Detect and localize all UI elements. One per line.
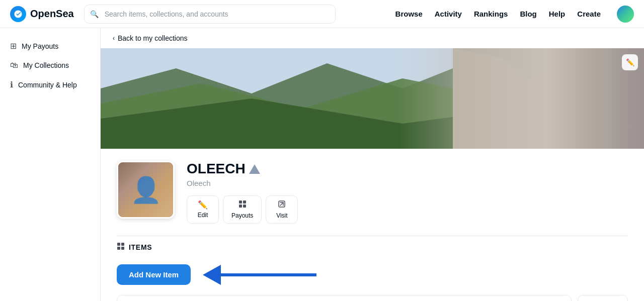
arrow-indicator	[203, 265, 316, 285]
visit-icon	[278, 200, 286, 210]
edit-button[interactable]: ✏️ Edit	[187, 195, 219, 224]
svg-line-9	[599, 96, 606, 98]
profile-avatar	[117, 161, 175, 219]
sidebar-item-my-payouts[interactable]: ⊞ My Payouts	[0, 36, 100, 56]
svg-rect-13	[243, 200, 246, 204]
nav-links: Browse Activity Rankings Blog Help Creat…	[395, 6, 634, 23]
profile-name: OLEECH	[187, 161, 246, 177]
profile-section: OLEECH Oleech ✏️ Edit	[101, 149, 644, 236]
edit-icon: ✏️	[198, 200, 208, 210]
collections-icon: 🛍	[10, 61, 18, 70]
sidebar-item-my-collections[interactable]: 🛍 My Collections	[0, 56, 100, 75]
back-to-collections-link[interactable]: ‹ Back to my collections	[101, 28, 644, 48]
sidebar-label-my-payouts: My Payouts	[22, 42, 58, 50]
svg-rect-15	[243, 205, 246, 208]
svg-rect-18	[117, 243, 120, 246]
sidebar-item-community-help[interactable]: ℹ Community & Help	[0, 75, 100, 94]
global-search-input[interactable]	[84, 5, 336, 24]
edit-label: Edit	[198, 212, 208, 219]
items-title: ITEMS	[129, 243, 152, 251]
items-header: ITEMS	[117, 236, 628, 258]
nav-blog[interactable]: Blog	[520, 10, 536, 18]
svg-rect-7	[596, 95, 601, 108]
banner-image	[101, 48, 644, 149]
global-search-bar: 🔍	[84, 5, 336, 24]
svg-rect-19	[121, 243, 124, 246]
banner-edit-button[interactable]: ✏️	[622, 54, 638, 70]
collection-banner: ✏️	[101, 48, 644, 149]
add-item-row: Add New Item	[117, 258, 628, 291]
svg-rect-12	[239, 200, 242, 204]
profile-actions: ✏️ Edit Payouts	[187, 195, 628, 224]
svg-rect-4	[453, 48, 644, 149]
logo-icon	[10, 6, 26, 22]
sidebar-label-my-collections: My Collections	[23, 61, 69, 69]
back-label: Back to my collections	[118, 34, 188, 42]
profile-info: OLEECH Oleech ✏️ Edit	[187, 161, 628, 224]
add-new-item-button[interactable]: Add New Item	[117, 264, 191, 285]
payouts-button[interactable]: Payouts	[223, 195, 262, 224]
search-icon: 🔍	[90, 10, 99, 18]
user-avatar[interactable]	[617, 6, 634, 23]
triangle-icon	[249, 164, 260, 174]
logo-text: OpenSea	[30, 8, 74, 20]
svg-rect-21	[121, 247, 124, 250]
sidebar-label-community-help: Community & Help	[18, 81, 77, 89]
svg-line-10	[599, 108, 604, 119]
profile-username: Oleech	[187, 179, 628, 187]
banner-svg	[101, 48, 644, 149]
logo[interactable]: OpenSea	[10, 6, 74, 22]
visit-button[interactable]: Visit	[266, 195, 298, 224]
items-section: ITEMS Add New Item 🔍 Sort by ▾	[101, 236, 644, 301]
svg-line-17	[280, 203, 283, 206]
sort-by-button[interactable]: Sort by ▾	[578, 295, 628, 301]
svg-line-11	[594, 108, 599, 121]
sidebar: ⊞ My Payouts 🛍 My Collections ℹ Communit…	[0, 28, 101, 301]
svg-rect-14	[239, 205, 242, 208]
payouts-label-btn: Payouts	[231, 212, 253, 219]
profile-avatar-container	[117, 161, 175, 219]
top-navigation: OpenSea 🔍 Browse Activity Rankings Blog …	[0, 0, 644, 28]
svg-marker-5	[453, 48, 644, 149]
item-search-bar: 🔍	[117, 295, 572, 301]
payouts-icon: ⊞	[10, 41, 17, 51]
arrow-shaft	[221, 273, 316, 276]
back-chevron-icon: ‹	[113, 35, 115, 42]
nav-create[interactable]: Create	[577, 10, 601, 18]
profile-name-row: OLEECH	[187, 161, 628, 177]
nav-browse[interactable]: Browse	[395, 10, 423, 18]
avatar-image	[118, 162, 173, 217]
visit-label: Visit	[276, 212, 287, 219]
nav-help[interactable]: Help	[549, 10, 566, 18]
content-area: ‹ Back to my collections	[101, 28, 644, 301]
search-row: 🔍 Sort by ▾	[117, 291, 628, 301]
verified-badge	[250, 164, 260, 174]
payouts-icon-btn	[238, 200, 247, 210]
main-layout: ⊞ My Payouts 🛍 My Collections ℹ Communit…	[0, 28, 644, 301]
community-icon: ℹ	[10, 80, 13, 89]
svg-point-6	[595, 87, 603, 95]
nav-rankings[interactable]: Rankings	[474, 10, 508, 18]
nav-activity[interactable]: Activity	[435, 10, 462, 18]
svg-line-8	[599, 98, 609, 104]
svg-rect-20	[117, 247, 120, 250]
item-search-input[interactable]	[117, 295, 571, 301]
arrow-head	[203, 265, 221, 285]
items-grid-icon	[117, 242, 125, 252]
